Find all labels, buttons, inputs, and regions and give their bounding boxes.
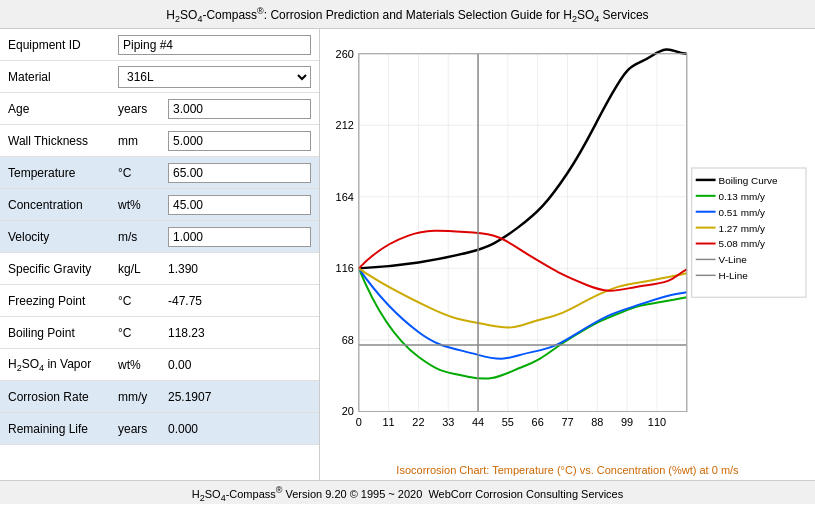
remaining-life-value: 0.000 [168, 422, 311, 436]
age-input[interactable] [168, 99, 311, 119]
freezing-point-value: -47.75 [168, 294, 311, 308]
specific-gravity-unit: kg/L [118, 262, 168, 276]
age-unit: years [118, 102, 168, 116]
svg-text:5.08 mm/y: 5.08 mm/y [719, 239, 765, 250]
boiling-point-unit: °C [118, 326, 168, 340]
wall-thickness-unit: mm [118, 134, 168, 148]
h2so4-vapor-unit: wt% [118, 358, 168, 372]
app-footer: H2SO4-Compass® Version 9.20 © 1995 ~ 202… [0, 480, 815, 504]
h2so4-vapor-row: H2SO4 in Vapor wt% 0.00 [0, 349, 319, 381]
svg-text:0.51 mm/y: 0.51 mm/y [719, 207, 765, 218]
freezing-point-row: Freezing Point °C -47.75 [0, 285, 319, 317]
freezing-point-unit: °C [118, 294, 168, 308]
concentration-input-wrap [168, 195, 311, 215]
corrosion-rate-row: Corrosion Rate mm/y 25.1907 [0, 381, 319, 413]
svg-text:164: 164 [336, 191, 354, 203]
svg-text:11: 11 [383, 417, 395, 429]
svg-text:0.13 mm/y: 0.13 mm/y [719, 191, 765, 202]
svg-text:20: 20 [342, 406, 354, 418]
svg-text:1.27 mm/y: 1.27 mm/y [719, 223, 765, 234]
wall-thickness-input[interactable] [168, 131, 311, 151]
temperature-unit: °C [118, 166, 168, 180]
svg-text:99: 99 [621, 417, 633, 429]
main-content: Equipment ID Material 316L Age years Wal [0, 29, 815, 480]
material-input-wrap: 316L [118, 66, 311, 88]
wall-thickness-row: Wall Thickness mm [0, 125, 319, 157]
h2so4-vapor-value: 0.00 [168, 358, 311, 372]
material-select[interactable]: 316L [118, 66, 311, 88]
svg-text:0: 0 [356, 417, 362, 429]
remaining-life-label: Remaining Life [8, 422, 118, 436]
concentration-label: Concentration [8, 198, 118, 212]
svg-text:116: 116 [336, 263, 354, 275]
svg-text:212: 212 [336, 120, 354, 132]
svg-text:260: 260 [336, 48, 354, 60]
equipment-id-input[interactable] [118, 35, 311, 55]
material-label: Material [8, 70, 118, 84]
concentration-unit: wt% [118, 198, 168, 212]
app-header: H2SO4-Compass®: Corrosion Prediction and… [0, 0, 815, 29]
temperature-input-wrap [168, 163, 311, 183]
svg-text:H-Line: H-Line [719, 271, 749, 282]
temperature-row: Temperature °C [0, 157, 319, 189]
equipment-id-label: Equipment ID [8, 38, 118, 52]
specific-gravity-row: Specific Gravity kg/L 1.390 [0, 253, 319, 285]
wall-thickness-input-wrap [168, 131, 311, 151]
concentration-input[interactable] [168, 195, 311, 215]
corrosion-rate-value: 25.1907 [168, 390, 311, 404]
chart-caption: Isocorrosion Chart: Temperature (°C) vs.… [324, 462, 811, 476]
svg-text:68: 68 [342, 334, 354, 346]
remaining-life-unit: years [118, 422, 168, 436]
velocity-label: Velocity [8, 230, 118, 244]
svg-text:V-Line: V-Line [719, 255, 748, 266]
boiling-point-row: Boiling Point °C 118.23 [0, 317, 319, 349]
svg-text:66: 66 [532, 417, 544, 429]
specific-gravity-value: 1.390 [168, 262, 311, 276]
age-input-wrap [168, 99, 311, 119]
svg-text:33: 33 [442, 417, 454, 429]
temperature-label: Temperature [8, 166, 118, 180]
svg-text:88: 88 [591, 417, 603, 429]
svg-text:22: 22 [412, 417, 424, 429]
svg-text:55: 55 [502, 417, 514, 429]
velocity-input[interactable] [168, 227, 311, 247]
velocity-row: Velocity m/s [0, 221, 319, 253]
material-row: Material 316L [0, 61, 319, 93]
concentration-row: Concentration wt% [0, 189, 319, 221]
svg-text:77: 77 [561, 417, 573, 429]
remaining-life-row: Remaining Life years 0.000 [0, 413, 319, 445]
left-panel: Equipment ID Material 316L Age years Wal [0, 29, 320, 480]
wall-thickness-label: Wall Thickness [8, 134, 118, 148]
equipment-id-input-wrap [118, 35, 311, 55]
velocity-input-wrap [168, 227, 311, 247]
svg-text:Boiling Curve: Boiling Curve [719, 175, 778, 186]
equipment-id-row: Equipment ID [0, 29, 319, 61]
velocity-unit: m/s [118, 230, 168, 244]
chart-area: 260 212 164 116 68 20 0 11 22 33 44 55 6… [324, 33, 811, 462]
age-row: Age years [0, 93, 319, 125]
boiling-point-label: Boiling Point [8, 326, 118, 340]
isocorrosion-chart: 260 212 164 116 68 20 0 11 22 33 44 55 6… [324, 33, 811, 462]
age-label: Age [8, 102, 118, 116]
freezing-point-label: Freezing Point [8, 294, 118, 308]
corrosion-rate-unit: mm/y [118, 390, 168, 404]
h2so4-vapor-label: H2SO4 in Vapor [8, 357, 118, 373]
specific-gravity-label: Specific Gravity [8, 262, 118, 276]
svg-text:44: 44 [472, 417, 484, 429]
svg-text:110: 110 [648, 417, 666, 429]
svg-rect-0 [359, 54, 687, 412]
right-panel: 260 212 164 116 68 20 0 11 22 33 44 55 6… [320, 29, 815, 480]
boiling-point-value: 118.23 [168, 326, 311, 340]
corrosion-rate-label: Corrosion Rate [8, 390, 118, 404]
temperature-input[interactable] [168, 163, 311, 183]
